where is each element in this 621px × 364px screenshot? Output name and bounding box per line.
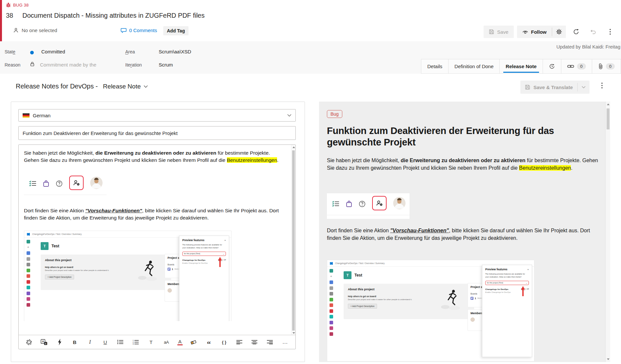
scrollbar-thumb[interactable] bbox=[292, 150, 295, 331]
rail-icon bbox=[330, 303, 333, 307]
preview-scrollbar[interactable] bbox=[605, 102, 610, 362]
rail-icon bbox=[27, 286, 30, 289]
tab-history[interactable] bbox=[543, 59, 561, 73]
iteration-value[interactable]: Scrum bbox=[159, 62, 173, 67]
follow-button[interactable]: Follow bbox=[517, 26, 552, 38]
italic-button[interactable]: I bbox=[86, 338, 94, 346]
runner-illustration bbox=[438, 288, 464, 310]
code-button[interactable]: { } bbox=[220, 338, 229, 346]
red-annotation-arrow bbox=[218, 257, 222, 267]
bold-button[interactable]: B bbox=[70, 338, 79, 346]
undo-button[interactable] bbox=[586, 26, 600, 38]
red-annotation-arrow bbox=[521, 286, 525, 297]
refresh-button[interactable] bbox=[569, 26, 583, 38]
work-item-title[interactable]: Document Dispatch - Missing attributes i… bbox=[22, 12, 205, 19]
preview-features-panel: Preview features × The following preview… bbox=[179, 236, 229, 321]
screenshot-breadcrumb: ChangelogsForDevOps / Test / Overview / … bbox=[335, 262, 385, 264]
save-translate-dropdown[interactable] bbox=[578, 81, 590, 94]
highlighter-eraser-button[interactable] bbox=[189, 338, 198, 346]
comment-icon bbox=[121, 28, 127, 33]
language-select[interactable]: German bbox=[18, 109, 296, 122]
rail-icon bbox=[27, 303, 30, 307]
preview-paragraph: Sie haben jetzt die Möglichkeit, die Erw… bbox=[327, 157, 600, 172]
rail-icon bbox=[27, 280, 30, 284]
member-avatar bbox=[168, 288, 172, 293]
assignee-picker[interactable]: No one selected bbox=[13, 28, 57, 33]
rich-text-editor[interactable]: Sie haben jetzt die Möglichkeit, die Erw… bbox=[18, 144, 296, 349]
release-notes-section-title: Release Notes for DevOps - bbox=[16, 83, 98, 90]
scrollbar-thumb[interactable] bbox=[607, 108, 610, 129]
align-left-button[interactable] bbox=[235, 338, 244, 346]
toolbar-image-slot bbox=[327, 193, 410, 219]
release-note-type-select[interactable]: Release Note bbox=[103, 83, 148, 90]
rail-icon bbox=[330, 269, 333, 273]
preview-paragraph: Dort finden Sie eine Aktion "Vorschau-Fu… bbox=[327, 227, 600, 242]
release-note-more-button[interactable] bbox=[601, 83, 603, 88]
rail-icon bbox=[27, 274, 30, 278]
scroll-down-icon[interactable] bbox=[607, 358, 610, 360]
inline-toolbar-image bbox=[327, 193, 410, 219]
scroll-up-icon[interactable] bbox=[607, 104, 610, 105]
add-tag-button[interactable]: Add Tag bbox=[163, 26, 189, 35]
work-item-id: 38 bbox=[6, 12, 13, 19]
rail-icon bbox=[27, 292, 30, 295]
german-flag-icon bbox=[23, 113, 30, 118]
quick-actions-bolt-button[interactable] bbox=[55, 338, 64, 346]
text-style-button[interactable]: T bbox=[147, 338, 155, 346]
more-formatting-button[interactable]: … bbox=[281, 338, 290, 346]
scroll-up-icon[interactable] bbox=[292, 146, 295, 148]
preview-features-panel: Preview features × The following preview… bbox=[482, 265, 532, 357]
save-icon bbox=[489, 29, 494, 34]
tab-links[interactable]: 0 bbox=[561, 59, 592, 73]
editor-content[interactable]: Sie haben jetzt die Möglichkeit, die Erw… bbox=[19, 145, 291, 335]
save-button[interactable]: Save bbox=[484, 26, 513, 38]
state-value[interactable]: Committed bbox=[41, 49, 65, 54]
follow-settings-button[interactable] bbox=[552, 26, 566, 38]
person-icon bbox=[13, 28, 19, 33]
translate-button[interactable]: Aa bbox=[40, 338, 49, 346]
editor-scrollbar[interactable] bbox=[291, 145, 295, 335]
release-note-preview-panel: Bug Funktion zum Deaktivieren der Erweit… bbox=[319, 102, 605, 362]
tab-attachments[interactable]: 0 bbox=[592, 59, 621, 73]
divider bbox=[327, 215, 410, 215]
help-icon bbox=[359, 201, 366, 207]
rail-icon bbox=[27, 240, 30, 243]
kebab-icon bbox=[610, 29, 611, 35]
area-value[interactable]: Scrum\aa\XSD bbox=[159, 49, 191, 54]
tab-release-note[interactable]: Release Note bbox=[499, 59, 542, 73]
ai-assistant-button[interactable] bbox=[25, 338, 33, 346]
bullet-list-button[interactable] bbox=[116, 338, 125, 346]
font-color-button[interactable]: A bbox=[177, 339, 183, 345]
highlighted-text: Benutzereinstellungen bbox=[519, 165, 571, 171]
blockquote-button[interactable]: “ bbox=[205, 338, 213, 346]
tab-details[interactable]: Details bbox=[421, 59, 448, 73]
comments-link[interactable]: 0 Comments bbox=[121, 28, 157, 33]
numbered-list-button[interactable]: 123 bbox=[131, 338, 140, 346]
chevron-down-icon: ⌄ bbox=[526, 282, 527, 284]
user-settings-highlight-box bbox=[372, 196, 387, 210]
rail-icon bbox=[330, 321, 333, 324]
user-settings-highlight-box bbox=[69, 176, 84, 190]
shopping-bag-icon bbox=[43, 180, 49, 187]
undo-icon bbox=[590, 29, 596, 34]
align-center-button[interactable] bbox=[250, 338, 259, 346]
rail-icon bbox=[330, 298, 333, 301]
note-title-input[interactable]: Funktion zum Deaktivieren der Erweiterun… bbox=[18, 126, 296, 140]
screenshot-sidebar-rail: + bbox=[24, 238, 32, 321]
underline-button[interactable]: U bbox=[101, 338, 110, 346]
project-avatar: T bbox=[41, 242, 49, 250]
tab-definition-of-done[interactable]: Definition of Done bbox=[448, 59, 499, 73]
scroll-down-icon[interactable] bbox=[292, 332, 295, 334]
chevron-down-icon bbox=[287, 114, 291, 117]
screenshot-image-slot: ChangelogsForDevOps / Test / Overview / … bbox=[24, 231, 231, 321]
azure-devops-logo-icon bbox=[330, 262, 333, 265]
chevron-down-icon: ⌄ bbox=[223, 253, 224, 255]
more-actions-button[interactable] bbox=[603, 26, 617, 38]
release-note-editor-card: German Funktion zum Deaktivieren der Erw… bbox=[11, 102, 305, 362]
state-label: State bbox=[5, 49, 15, 54]
member-avatar bbox=[471, 317, 475, 322]
help-icon bbox=[56, 180, 63, 187]
save-translate-button[interactable]: Save & Translate bbox=[520, 81, 590, 94]
font-size-button[interactable]: aA bbox=[162, 338, 170, 346]
align-right-button[interactable] bbox=[266, 338, 274, 346]
